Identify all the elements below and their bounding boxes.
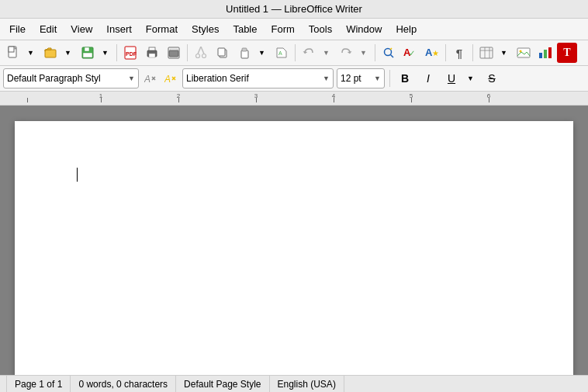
export-pdf-button[interactable]: PDF (120, 43, 140, 63)
svg-text:A: A (144, 74, 150, 85)
ruler-mark-5 (411, 98, 412, 102)
svg-line-25 (390, 48, 392, 50)
paragraph-style-arrow: ▼ (128, 75, 135, 82)
ruler-mark-3 (256, 98, 257, 102)
toolbar: ▼ ▼ ▼ PDF (0, 40, 588, 66)
svg-rect-21 (242, 48, 247, 51)
italic-button[interactable]: I (418, 68, 438, 88)
font-select-arrow: ▼ (323, 75, 330, 82)
font-select[interactable]: Liberation Serif ▼ (182, 68, 334, 88)
svg-rect-2 (45, 50, 56, 57)
window-title: Untitled 1 — LibreOffice Writer (226, 3, 362, 15)
ruler-mark-2 (178, 98, 179, 102)
save-button[interactable] (78, 43, 98, 63)
insert-table-dropdown[interactable]: ▼ (498, 43, 512, 63)
paragraph-style-text: Default Paragraph Styl (7, 73, 125, 84)
font-size-arrow: ▼ (374, 75, 381, 82)
insert-chart-button[interactable] (535, 43, 555, 63)
menu-view[interactable]: View (64, 20, 99, 38)
new-dropdown[interactable]: ▼ (25, 43, 39, 63)
font-size-select[interactable]: 12 pt ▼ (337, 68, 385, 88)
separator-4 (375, 44, 375, 61)
insert-textbox-button[interactable]: T (557, 43, 577, 63)
text-cursor (77, 168, 78, 182)
format-toolbar: Default Paragraph Styl ▼ A A Liberation … (0, 66, 588, 92)
status-page[interactable]: Page 1 of 1 (6, 376, 71, 392)
svg-rect-13 (169, 50, 178, 57)
svg-rect-30 (480, 47, 493, 58)
spell-check-button[interactable]: A ✓ (400, 43, 420, 63)
menu-insert[interactable]: Insert (100, 20, 138, 38)
svg-line-24 (391, 55, 394, 58)
svg-point-15 (202, 54, 206, 58)
menu-file[interactable]: File (3, 20, 32, 38)
print-preview-button[interactable] (164, 43, 184, 63)
menu-bar: File Edit View Insert Format Styles Tabl… (0, 19, 588, 40)
paste-dropdown[interactable]: ▼ (256, 43, 270, 63)
insert-image-button[interactable] (514, 43, 534, 63)
separator-2 (187, 44, 188, 61)
bold-button[interactable]: B (395, 68, 415, 88)
svg-text:PDF: PDF (126, 51, 137, 57)
menu-format[interactable]: Format (140, 20, 184, 38)
svg-rect-1 (9, 47, 14, 52)
strikethrough-button[interactable]: S (482, 68, 502, 88)
separator-6 (472, 44, 473, 61)
cut-button[interactable] (191, 43, 211, 63)
insert-table-button[interactable] (476, 43, 496, 63)
nonprinting-chars-button[interactable]: ¶ (449, 43, 469, 63)
open-button[interactable] (40, 43, 61, 63)
svg-rect-20 (241, 50, 248, 58)
status-bar: Page 1 of 1 0 words, 0 characters Defaul… (0, 375, 588, 392)
paragraph-style-select[interactable]: Default Paragraph Styl ▼ (3, 68, 139, 88)
ruler: 1 2 3 4 5 6 (0, 92, 588, 106)
status-words[interactable]: 0 words, 0 characters (71, 376, 176, 392)
menu-styles[interactable]: Styles (185, 20, 225, 38)
ruler-mark (27, 98, 28, 102)
svg-rect-34 (517, 48, 530, 57)
ruler-mark-6 (489, 98, 489, 102)
status-language[interactable]: English (USA) (270, 376, 344, 392)
print-button[interactable] (142, 43, 162, 63)
svg-rect-19 (218, 48, 225, 56)
font-size-text: 12 pt (341, 73, 371, 84)
page[interactable] (15, 121, 573, 375)
svg-rect-37 (544, 50, 547, 58)
redo-dropdown[interactable]: ▼ (358, 43, 372, 63)
menu-edit[interactable]: Edit (33, 20, 63, 38)
ruler-mark-4 (334, 98, 334, 102)
menu-help[interactable]: Help (389, 20, 423, 38)
copy-button[interactable] (213, 43, 233, 63)
menu-table[interactable]: Table (227, 20, 263, 38)
spellcheck-icon-2[interactable]: A (162, 68, 179, 88)
svg-rect-10 (149, 54, 155, 57)
separator-5 (445, 44, 446, 61)
autocorrect-button[interactable]: A ★ (422, 43, 442, 63)
paste-button[interactable] (234, 43, 254, 63)
title-bar: Untitled 1 — LibreOffice Writer (0, 0, 588, 19)
svg-text:A: A (164, 74, 171, 85)
svg-rect-5 (83, 53, 92, 57)
new-button[interactable] (3, 43, 23, 63)
clone-format-button[interactable]: A (272, 43, 292, 63)
document-area[interactable] (0, 106, 588, 375)
undo-button[interactable] (299, 43, 319, 63)
ruler-mark-1 (101, 98, 102, 102)
underline-button[interactable]: U (441, 68, 462, 88)
status-page-style[interactable]: Default Page Style (176, 376, 269, 392)
redo-button[interactable] (336, 43, 356, 63)
svg-line-16 (198, 47, 201, 54)
menu-tools[interactable]: Tools (303, 20, 338, 38)
separator-3 (295, 44, 296, 61)
ruler-inner: 1 2 3 4 5 6 (23, 92, 588, 105)
menu-window[interactable]: Window (340, 20, 388, 38)
menu-form[interactable]: Form (265, 20, 300, 38)
underline-dropdown[interactable]: ▼ (465, 68, 479, 88)
find-button[interactable] (379, 43, 399, 63)
save-dropdown[interactable]: ▼ (99, 43, 113, 63)
svg-text:A: A (278, 50, 282, 56)
svg-rect-4 (85, 47, 89, 51)
undo-dropdown[interactable]: ▼ (320, 43, 334, 63)
spellcheck-icon-1[interactable]: A (142, 68, 159, 88)
open-dropdown[interactable]: ▼ (62, 43, 76, 63)
